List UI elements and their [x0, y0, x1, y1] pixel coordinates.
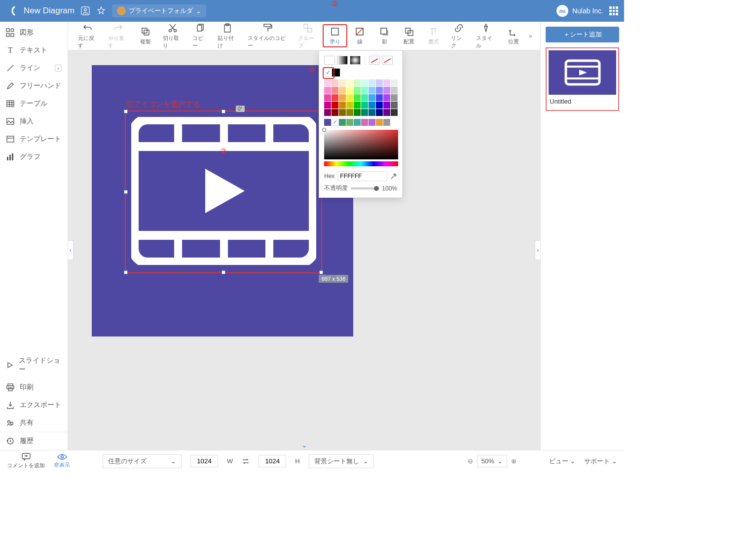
link-icon: [453, 23, 464, 34]
zoom-out-button[interactable]: ⊖: [468, 457, 473, 465]
svg-line-6: [7, 65, 13, 71]
undo-button[interactable]: 元に戻す: [73, 21, 103, 51]
star-icon[interactable]: [96, 6, 106, 16]
toolbar-more[interactable]: »: [526, 27, 535, 44]
sidebar-export[interactable]: エクスポート: [0, 396, 68, 414]
rotation-label: 0°: [236, 106, 245, 112]
fill-none-2[interactable]: [382, 56, 393, 65]
copy-button[interactable]: コピー: [187, 21, 213, 51]
color-palette[interactable]: [324, 79, 397, 116]
right-sidebar: ＋シート追加 Untitled: [540, 22, 624, 450]
collapse-left[interactable]: ‹: [68, 240, 74, 260]
svg-rect-5: [11, 34, 14, 37]
svg-rect-24: [142, 28, 147, 33]
sidebar-shape[interactable]: 図形: [0, 24, 68, 41]
stroke-icon: [354, 26, 365, 37]
recent-colors[interactable]: [324, 119, 397, 126]
selection-box: [125, 111, 322, 273]
sheet-thumbnail[interactable]: Untitled: [546, 47, 619, 111]
hue-slider[interactable]: [324, 161, 398, 166]
sidebar-history[interactable]: 履歴: [0, 432, 68, 450]
sidebar-freehand[interactable]: フリーハンド: [0, 77, 68, 95]
chevron-down-icon: ⌄: [171, 457, 176, 465]
copy-style-button[interactable]: スタイルのコピー: [243, 21, 293, 51]
link-button[interactable]: リンク: [446, 21, 471, 51]
collapse-right[interactable]: ›: [535, 240, 540, 260]
style-button[interactable]: スタイル: [471, 21, 501, 51]
support-menu[interactable]: サポート ⌄: [584, 457, 617, 466]
sheet-preview: [549, 50, 616, 95]
zoom-select[interactable]: 50%⌄: [477, 455, 507, 467]
expand-bottom[interactable]: ⌄: [301, 441, 307, 449]
swatch-white[interactable]: [324, 69, 332, 76]
position-button[interactable]: 位置: [501, 24, 526, 47]
folder-name: プライベートフォルダ: [129, 6, 193, 15]
color-field[interactable]: [324, 130, 398, 159]
print-icon: [6, 383, 15, 391]
chevron-right-icon: ›: [55, 65, 62, 72]
sidebar-chart[interactable]: グラフ: [0, 148, 68, 166]
format-button[interactable]: 書式: [421, 24, 446, 47]
user-icon[interactable]: [80, 6, 90, 16]
shapes-icon: [6, 28, 15, 37]
align-button[interactable]: 配置: [397, 24, 421, 47]
chevron-down-icon: ⌄: [497, 457, 503, 465]
redo-button[interactable]: やり直す: [103, 21, 133, 51]
annotation-2-mid: ②: [220, 147, 227, 156]
swatch-black[interactable]: [332, 69, 340, 76]
paste-button[interactable]: 貼り付け: [213, 21, 243, 51]
org-badge: nu: [556, 5, 568, 17]
width-label: W: [227, 457, 233, 465]
text-icon: T: [6, 46, 15, 55]
swap-icon[interactable]: [242, 457, 250, 465]
shadow-button[interactable]: 影: [372, 24, 397, 47]
apps-grid-icon[interactable]: [609, 6, 618, 15]
sidebar-insert[interactable]: 挿入: [0, 112, 68, 130]
group-button[interactable]: グループ: [293, 21, 323, 51]
hex-input[interactable]: [337, 171, 387, 181]
stroke-button[interactable]: 線: [347, 24, 372, 47]
eyedropper-icon[interactable]: [390, 173, 397, 180]
size-preset-select[interactable]: 任意のサイズ⌄: [103, 454, 182, 468]
svg-point-27: [174, 29, 177, 32]
zoom-in-button[interactable]: ⊕: [511, 457, 517, 465]
fill-none-1[interactable]: [369, 56, 380, 65]
cut-button[interactable]: 切り取り: [158, 21, 188, 51]
chart-icon: [6, 153, 15, 161]
add-sheet-button[interactable]: ＋シート追加: [546, 27, 619, 42]
org-link[interactable]: nu Nulab Inc.: [556, 5, 603, 17]
height-input[interactable]: [259, 455, 286, 467]
svg-rect-20: [8, 388, 12, 391]
sidebar-text[interactable]: Tテキスト: [0, 41, 68, 59]
svg-point-53: [61, 456, 63, 458]
sidebar-print[interactable]: 印刷: [0, 378, 68, 396]
app-logo[interactable]: [6, 5, 18, 17]
sidebar-line[interactable]: ライン›: [0, 59, 68, 77]
chevron-down-icon: ⌄: [196, 7, 201, 15]
fill-linear-gradient[interactable]: [337, 56, 348, 65]
redo-icon: [112, 23, 123, 34]
folder-selector[interactable]: プライベートフォルダ ⌄: [112, 4, 206, 17]
chevron-down-icon: ⌄: [363, 457, 369, 465]
template-icon: [6, 135, 15, 143]
duplicate-button[interactable]: 複製: [133, 24, 158, 47]
hide-button[interactable]: 非表示: [54, 453, 70, 469]
opacity-slider[interactable]: [351, 187, 379, 189]
sidebar-share[interactable]: 共有: [0, 414, 68, 432]
width-input[interactable]: [190, 455, 218, 467]
canvas[interactable]: ‹ › ①アイコンを選択する ② 0°: [68, 50, 540, 450]
play-icon: [6, 362, 14, 369]
sidebar-template[interactable]: テンプレート: [0, 130, 68, 148]
fill-button[interactable]: 塗り: [323, 24, 347, 47]
sidebar-slideshow[interactable]: スライドショー: [0, 352, 68, 378]
fill-solid[interactable]: [324, 56, 335, 65]
bg-select[interactable]: 背景シート無し⌄: [309, 454, 374, 468]
annotation-3: ③: [308, 65, 315, 75]
sheet-title[interactable]: Untitled: [549, 95, 616, 108]
add-comment-button[interactable]: コメントを追加: [7, 453, 45, 469]
view-menu[interactable]: ビュー ⌄: [549, 457, 576, 466]
share-icon: [6, 419, 15, 427]
fill-radial-gradient[interactable]: [350, 56, 361, 65]
sidebar-table[interactable]: テーブル: [0, 95, 68, 112]
document-title[interactable]: New Diagram: [24, 6, 74, 16]
